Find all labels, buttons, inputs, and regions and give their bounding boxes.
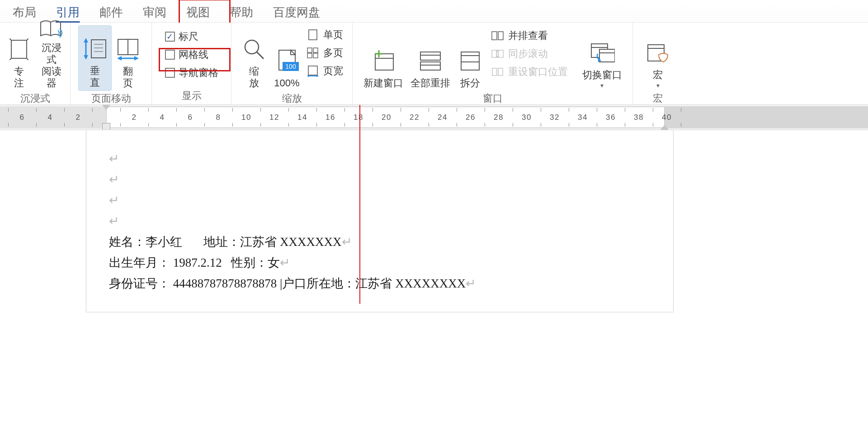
right-indent-marker[interactable] (660, 125, 669, 130)
svg-marker-11 (117, 56, 122, 61)
ribbon-tab-bar: 布局 引用 邮件 审阅 视图 帮助 百度网盘 (0, 0, 868, 23)
multi-page-label: 多页 (323, 46, 343, 60)
document-page[interactable]: ↵↵↵↵姓名：李小红 地址：江苏省 XXXXXXX↵出生年月： 1987.2.1… (86, 130, 674, 312)
ruler-number: 2 (76, 113, 81, 122)
zoom-100-label: 100% (274, 77, 299, 89)
gridlines-checkbox[interactable]: 网格线 (165, 48, 218, 61)
tab-view[interactable]: 视图 (176, 0, 220, 24)
svg-marker-12 (134, 56, 139, 61)
sync-scroll-icon (491, 48, 505, 60)
ruler-number: 20 (382, 113, 392, 122)
new-window-icon (371, 48, 396, 74)
tab-review[interactable]: 审阅 (133, 0, 176, 24)
ruler-checkbox[interactable]: ✓ 标尺 (165, 30, 218, 43)
one-page-icon (306, 29, 320, 41)
svg-rect-33 (420, 62, 440, 70)
horizontal-ruler[interactable]: 642246810121416182022242628303234363840 (0, 105, 868, 130)
ruler-number: 6 (188, 113, 193, 122)
ruler-number: 30 (522, 113, 532, 122)
immersive-reader-button[interactable]: 沉浸式 阅读器 (35, 25, 68, 91)
arrange-all-icon (418, 48, 443, 74)
group-show-label: 显示 (156, 88, 227, 104)
svg-rect-0 (11, 40, 27, 58)
svg-rect-18 (309, 30, 317, 40)
svg-line-14 (257, 52, 264, 59)
svg-rect-20 (313, 48, 318, 52)
vertical-scroll-button[interactable]: 垂 直 (78, 25, 112, 91)
text-line[interactable]: 身份证号： 44488787878878878 |户口所在地：江苏省 XXXXX… (109, 273, 651, 294)
text-line[interactable]: 姓名：李小红 地址：江苏省 XXXXXXX↵ (109, 231, 651, 252)
svg-rect-21 (307, 53, 312, 58)
book-sound-icon (39, 19, 64, 38)
group-macros: 宏 ▾ 宏 (633, 23, 683, 104)
focus-icon (6, 37, 32, 62)
svg-rect-4 (91, 40, 106, 58)
group-window-label: 窗口 (356, 91, 629, 106)
side-by-side-icon (491, 30, 505, 42)
switch-windows-button[interactable]: 切换窗口 ▾ (579, 25, 626, 91)
nav-pane-checkbox[interactable]: 导航窗格 (165, 66, 218, 80)
macros-icon (645, 40, 670, 66)
flip-page-icon (115, 37, 141, 62)
zoom-button[interactable]: 缩 放 (238, 25, 270, 91)
svg-rect-38 (492, 32, 497, 40)
checkbox-icon: ✓ (165, 32, 175, 42)
flip-page-button[interactable]: 翻 页 (112, 25, 144, 91)
svg-rect-27 (375, 54, 393, 70)
arrange-all-label: 全部重排 (410, 77, 450, 89)
immersive-reader-label: 沉浸式 阅读器 (39, 42, 64, 89)
text-line[interactable]: ↵ (109, 211, 651, 231)
first-line-indent-marker[interactable] (102, 105, 111, 110)
svg-rect-39 (498, 32, 503, 40)
new-window-label: 新建窗口 (363, 77, 403, 89)
svg-point-13 (245, 40, 259, 54)
svg-marker-3 (84, 55, 88, 60)
ruler-number: 18 (354, 113, 363, 122)
one-page-button[interactable]: 单页 (306, 28, 343, 42)
arrange-all-button[interactable]: 全部重排 (407, 25, 454, 91)
split-button[interactable]: 拆分 (454, 25, 486, 91)
document-body[interactable]: ↵↵↵↵姓名：李小红 地址：江苏省 XXXXXXX↵出生年月： 1987.2.1… (109, 148, 651, 294)
side-by-side-button[interactable]: 并排查看 (491, 29, 568, 42)
tab-help[interactable]: 帮助 (220, 0, 263, 24)
zoom-100-button[interactable]: 100 100% (270, 25, 303, 91)
group-page-move: 垂 直 翻 页 页面移动 (71, 23, 152, 104)
flip-page-label: 翻 页 (123, 66, 133, 89)
text-line[interactable]: ↵ (109, 169, 651, 190)
svg-text:100: 100 (285, 63, 296, 70)
document-area: ↵↵↵↵姓名：李小红 地址：江苏省 XXXXXXX↵出生年月： 1987.2.1… (0, 130, 868, 443)
svg-rect-45 (492, 68, 497, 75)
group-show: ✓ 标尺 网格线 导航窗格 显示 (152, 23, 231, 104)
checkbox-icon (165, 68, 175, 78)
svg-rect-41 (499, 50, 503, 57)
group-zoom: 缩 放 100 100% 单页 多页 (231, 23, 353, 104)
hanging-indent-marker[interactable] (102, 123, 110, 130)
svg-rect-22 (313, 53, 318, 58)
reset-window-pos-button: 重设窗口位置 (491, 65, 568, 79)
text-line[interactable]: ↵ (109, 148, 651, 169)
text-line[interactable]: 出生年月： 1987.2.12 性别：女↵ (109, 252, 651, 273)
group-immersive: 专 注 沉浸式 阅读器 沉浸式 (0, 23, 71, 104)
svg-rect-19 (307, 48, 312, 52)
svg-rect-46 (498, 68, 503, 75)
magnifier-icon (241, 37, 267, 62)
chevron-down-icon: ▾ (656, 82, 660, 89)
page-width-label: 页宽 (323, 64, 343, 78)
tab-baidu-netdisk[interactable]: 百度网盘 (263, 0, 330, 24)
ruler-number: 2 (132, 113, 137, 122)
new-window-button[interactable]: 新建窗口 (360, 25, 407, 91)
focus-mode-button[interactable]: 专 注 (3, 25, 35, 91)
text-line[interactable]: ↵ (109, 190, 651, 211)
svg-marker-2 (84, 38, 88, 42)
tab-mailings[interactable]: 邮件 (90, 0, 133, 24)
group-window: 新建窗口 全部重排 拆分 并排查看 (353, 23, 633, 104)
nav-pane-checkbox-label: 导航窗格 (179, 66, 218, 80)
ruler-number: 12 (269, 113, 279, 122)
macros-button[interactable]: 宏 ▾ (642, 25, 674, 91)
side-by-side-label: 并排查看 (508, 29, 548, 42)
vertical-scroll-label: 垂 直 (90, 65, 100, 89)
multi-page-button[interactable]: 多页 (306, 46, 343, 60)
page-width-icon (306, 65, 320, 77)
page-width-button[interactable]: 页宽 (306, 64, 343, 78)
ruler-ticks: 642246810121416182022242628303234363840 (0, 105, 868, 130)
